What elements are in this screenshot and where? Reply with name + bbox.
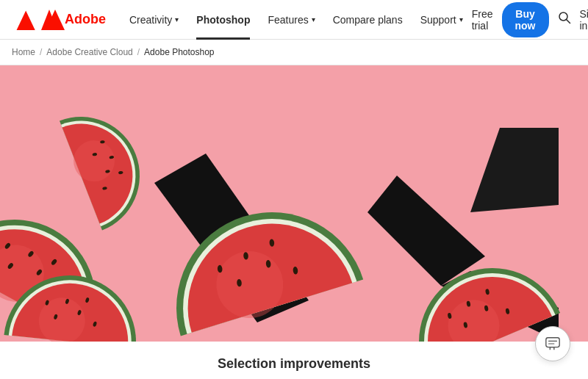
- breadcrumb: Home / Adobe Creative Cloud / Adobe Phot…: [0, 40, 588, 65]
- content-section: Selection improvements Selections are fa…: [37, 342, 551, 379]
- sign-in-link[interactable]: Sign in: [580, 8, 589, 32]
- nav-items-list: Creativity ▾ Photoshop Features ▾ Compar…: [121, 0, 472, 40]
- breadcrumb-home[interactable]: Home: [12, 47, 35, 57]
- creativity-chevron-icon: ▾: [175, 15, 179, 24]
- chat-button[interactable]: [535, 326, 570, 361]
- breadcrumb-creative-cloud[interactable]: Adobe Creative Cloud: [46, 47, 132, 57]
- adobe-brand-text: Adobe: [65, 12, 106, 27]
- free-trial-link[interactable]: Free trial: [472, 8, 493, 32]
- hero-canvas: [0, 65, 588, 342]
- nav-right-actions: Free trial Buy now Sign in: [472, 2, 588, 37]
- chat-icon: [545, 336, 561, 352]
- adobe-logo-icon: [12, 10, 35, 30]
- content-title: Selection improvements: [49, 356, 539, 372]
- breadcrumb-current: Adobe Photoshop: [144, 47, 214, 57]
- breadcrumb-sep-2: /: [137, 47, 140, 57]
- adobe-a-icon: [41, 10, 65, 30]
- svg-rect-7: [546, 338, 559, 347]
- buy-now-button[interactable]: Buy now: [502, 2, 549, 37]
- support-chevron-icon: ▾: [459, 15, 463, 24]
- nav-item-creativity[interactable]: Creativity ▾: [121, 0, 187, 40]
- breadcrumb-sep-1: /: [40, 47, 42, 57]
- search-icon[interactable]: [558, 11, 571, 28]
- brand-logo[interactable]: Adobe: [12, 10, 106, 30]
- nav-item-support[interactable]: Support ▾: [412, 0, 472, 40]
- nav-item-features[interactable]: Features ▾: [259, 0, 323, 40]
- features-chevron-icon: ▾: [312, 15, 315, 24]
- main-nav: Adobe Creativity ▾ Photoshop Features ▾ …: [0, 0, 588, 40]
- nav-item-photoshop[interactable]: Photoshop: [187, 0, 259, 40]
- svg-line-6: [566, 20, 570, 24]
- nav-item-compare-plans[interactable]: Compare plans: [324, 0, 412, 40]
- hero-image: [0, 65, 588, 342]
- svg-marker-0: [17, 10, 35, 30]
